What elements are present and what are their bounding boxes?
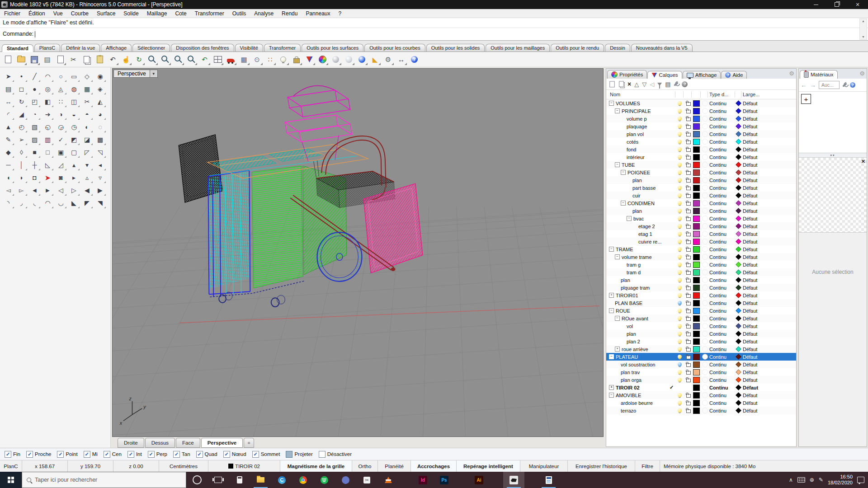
layer-linetype[interactable]: Continu xyxy=(709,239,726,244)
snapshot-icon[interactable]: ◣ xyxy=(369,53,381,66)
layer-visibility-bulb-icon[interactable] xyxy=(678,401,682,405)
column-name[interactable]: Nom xyxy=(606,92,620,97)
layer-visibility-bulb-icon[interactable] xyxy=(678,163,682,167)
checkbox-point[interactable]: ✓ xyxy=(57,451,64,458)
layer-print-width[interactable]: Défaut xyxy=(743,362,757,367)
panel-tab-calques[interactable]: Calques xyxy=(647,71,682,79)
tool-icon[interactable]: ▿ xyxy=(94,171,107,184)
layer-name[interactable]: tram d xyxy=(627,270,641,275)
block-tool-icon[interactable]: ◈ xyxy=(94,83,107,95)
osnap-tan[interactable]: ✓Tan xyxy=(173,451,190,458)
tool-icon[interactable]: ◙ xyxy=(54,171,67,184)
file-explorer-icon[interactable] xyxy=(250,472,271,488)
close-button[interactable]: ✕ xyxy=(847,0,868,9)
tool-icon[interactable]: ▸ xyxy=(67,171,80,184)
layer-name[interactable]: terrazo xyxy=(621,408,636,413)
start-button[interactable] xyxy=(0,472,22,488)
layer-row[interactable]: vol soustractionContinuDéfaut xyxy=(606,361,796,368)
layer-print-width[interactable]: Défaut xyxy=(743,178,757,183)
tool-icon[interactable]: ◓ xyxy=(80,108,94,121)
lock-icon[interactable] xyxy=(290,53,302,66)
layer-print-width[interactable]: Défaut xyxy=(743,208,757,214)
layer-color-swatch[interactable] xyxy=(693,162,700,168)
layer-lock-icon[interactable] xyxy=(686,340,691,344)
checkbox-projeter[interactable] xyxy=(286,451,292,458)
toolbar-tab-transformer[interactable]: Transformer xyxy=(264,44,301,52)
layer-linetype[interactable]: Continu xyxy=(709,254,726,260)
open-file-icon[interactable] xyxy=(15,53,27,66)
layer-print-width[interactable]: Défaut xyxy=(743,224,757,229)
pipe-tool-icon[interactable]: ◉ xyxy=(94,70,107,83)
layer-name[interactable]: part basse xyxy=(632,185,656,191)
panel-tab-affichage[interactable]: Affichage xyxy=(683,71,721,79)
layer-color-swatch[interactable] xyxy=(693,323,700,329)
menu-rendu[interactable]: Rendu xyxy=(278,10,302,17)
tool-icon[interactable]: □ xyxy=(41,146,54,159)
tool-icon[interactable]: ▥ xyxy=(41,133,54,146)
layer-print-width[interactable]: Défaut xyxy=(743,331,757,337)
tool-icon[interactable]: ▢ xyxy=(67,146,80,159)
layer-print-width[interactable]: Défaut xyxy=(743,216,757,221)
extend-tool-icon[interactable]: ➔ xyxy=(41,108,54,121)
osnap-cen[interactable]: ✓Cen xyxy=(104,451,122,458)
tool-icon[interactable]: ◠ xyxy=(41,197,54,209)
layer-name[interactable]: plan xyxy=(632,178,642,183)
checkbox-tan[interactable]: ✓ xyxy=(173,451,180,458)
polygon-tool-icon[interactable]: ◇ xyxy=(80,70,94,83)
tool-icon[interactable]: ◆ xyxy=(2,146,15,159)
rendered-view-icon[interactable] xyxy=(356,53,368,66)
zoom-sel-icon[interactable] xyxy=(172,53,184,66)
layer-name[interactable]: plan xyxy=(627,331,636,337)
trim-tool-icon[interactable]: ✂ xyxy=(80,95,94,108)
tool-icon[interactable]: ▴ xyxy=(67,159,80,171)
layer-linetype[interactable]: Continu xyxy=(709,362,726,367)
layer-print-width[interactable]: Défaut xyxy=(743,377,757,383)
layer-color-swatch[interactable] xyxy=(693,254,700,260)
layer-lock-icon[interactable] xyxy=(686,133,691,136)
checkbox-mi[interactable]: ✓ xyxy=(84,451,90,458)
zoom-window-icon[interactable] xyxy=(159,53,171,66)
illustrator-icon[interactable]: Ai xyxy=(468,472,490,488)
layer-color-swatch[interactable] xyxy=(693,300,700,306)
capture-one-icon[interactable]: C xyxy=(271,472,292,488)
collapse-icon[interactable]: − xyxy=(609,101,614,106)
layer-linetype[interactable]: Continu xyxy=(709,216,726,221)
layer-color-swatch[interactable] xyxy=(693,262,700,268)
layer-color-swatch[interactable] xyxy=(693,269,700,276)
patch-tool-icon[interactable]: ▧ xyxy=(28,121,41,133)
layer-row[interactable]: −CONDIMENContinuDéfaut xyxy=(606,199,796,207)
layer-row[interactable]: −VOLUMESContinuDéfaut xyxy=(606,99,796,107)
layer-print-width[interactable]: Défaut xyxy=(743,231,757,237)
layer-visibility-bulb-icon[interactable] xyxy=(678,109,682,113)
menu-surface[interactable]: Surface xyxy=(93,10,119,17)
layer-visibility-bulb-icon[interactable] xyxy=(678,247,682,251)
layer-linetype[interactable]: Continu xyxy=(709,308,726,314)
layer-lock-icon[interactable] xyxy=(686,217,691,221)
layer-row[interactable]: planContinuDéfaut xyxy=(606,176,796,184)
layer-visibility-bulb-icon[interactable] xyxy=(678,216,682,221)
forward-arrow-icon[interactable]: → xyxy=(810,81,816,89)
panel-tab-proprietes[interactable]: Propriétés xyxy=(607,70,647,79)
status-tiroir-02[interactable]: TIROIR 02 xyxy=(208,460,280,472)
layer-material-icon[interactable] xyxy=(702,392,708,398)
layer-print-width[interactable]: Défaut xyxy=(743,201,757,206)
tool-icon[interactable]: ◗ xyxy=(15,171,28,184)
layer-lock-icon[interactable] xyxy=(686,333,691,336)
vlc-icon[interactable] xyxy=(377,472,399,488)
touch-keyboard-icon[interactable] xyxy=(797,477,805,483)
layer-linetype[interactable]: Continu xyxy=(709,124,726,129)
tool-icon[interactable]: ▷ xyxy=(67,184,80,197)
cone-tool-icon[interactable]: ◬ xyxy=(54,83,67,95)
layer-visibility-bulb-icon[interactable] xyxy=(678,393,682,397)
layer-material-icon[interactable] xyxy=(702,231,708,237)
layer-material-icon[interactable] xyxy=(702,100,708,106)
collapse-icon[interactable]: − xyxy=(627,216,632,221)
layer-color-swatch[interactable] xyxy=(693,377,700,383)
checkbox-perp[interactable]: ✓ xyxy=(148,451,155,458)
tool-icon[interactable]: ◵ xyxy=(41,121,54,133)
layer-linetype[interactable]: Continu xyxy=(709,324,726,329)
viewport-tab-dessus[interactable]: Dessus xyxy=(145,438,175,448)
viewport-title-label[interactable]: Perspective xyxy=(113,70,150,78)
layer-lock-icon[interactable] xyxy=(686,171,691,175)
rhino-icon[interactable] xyxy=(503,472,524,488)
